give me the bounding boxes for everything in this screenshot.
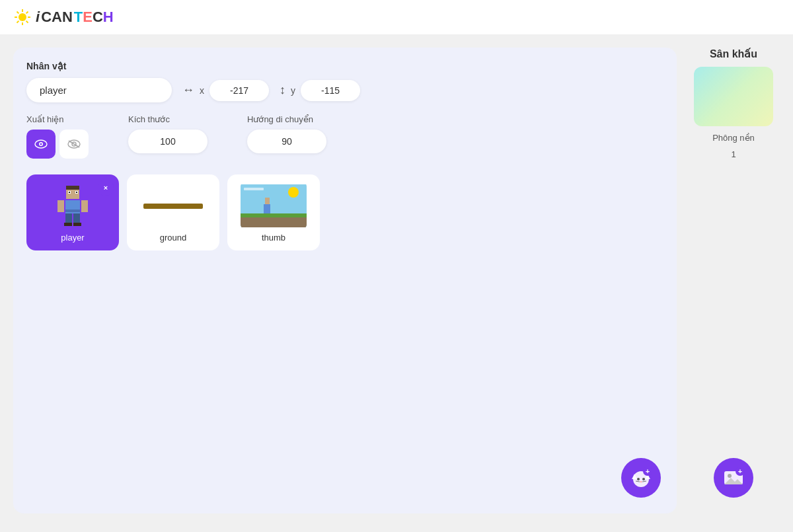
svg-rect-31 [241,216,307,227]
svg-point-0 [19,13,26,21]
stage-panel: Sân khấu Phông nền 1 + [687,48,780,513]
ground-thumbnail [140,182,206,229]
vertical-arrow-icon: ↕ [280,83,285,97]
x-input[interactable] [209,80,269,101]
logo-sun-icon [13,8,32,26]
sprite-list: × [26,174,663,250]
direction-group: Hướng di chuyển [247,114,326,153]
sprite-name-ground: ground [160,233,186,243]
character-name-row: ↔ x ↕ y [26,78,663,102]
logo-i: i [36,9,40,26]
character-panel: Nhân vật ↔ x ↕ y Xuất hiện [13,48,677,513]
svg-point-42 [640,481,642,482]
svg-line-6 [26,21,28,23]
sprite-name-player: player [61,233,84,243]
logo-can: CAN [41,9,73,26]
stage-title: Sân khấu [710,48,757,60]
svg-rect-33 [264,204,270,213]
svg-point-40 [637,478,640,480]
player-sprite-image [55,184,91,227]
svg-rect-29 [143,204,203,209]
delete-sprite-button[interactable]: × [98,180,114,196]
svg-line-8 [17,21,19,23]
y-label: y [291,85,295,96]
main-content: Nhân vật ↔ x ↕ y Xuất hiện [0,34,793,527]
logo-tech: TECH [74,9,114,26]
stage-bg-label: Phông nền [712,133,755,143]
visibility-label: Xuất hiện [26,114,89,124]
character-section-label: Nhân vật [26,61,663,71]
props-row: Xuất hiện [26,114,663,159]
svg-point-11 [40,143,42,145]
ground-sprite-image [140,182,206,229]
svg-rect-34 [265,198,270,204]
eye-icon [34,139,48,149]
svg-rect-22 [65,209,80,212]
sprite-item-player[interactable]: × [26,174,119,250]
svg-point-48 [728,474,732,478]
direction-label: Hướng di chuyển [247,114,326,124]
svg-rect-28 [81,200,88,212]
svg-rect-25 [64,223,72,226]
character-name-input[interactable] [26,78,172,102]
player-thumbnail [40,182,106,229]
show-button[interactable] [26,130,56,159]
hide-button[interactable] [59,130,89,159]
svg-rect-16 [66,186,79,190]
stage-background-preview [694,67,773,126]
svg-rect-32 [241,213,307,217]
x-label: x [200,85,204,96]
y-input[interactable] [301,80,360,101]
eye-slash-icon [67,139,81,149]
svg-rect-27 [57,200,64,212]
sprite-name-thumb: thumb [262,233,285,243]
size-group: Kích thước [128,114,208,153]
add-sprite-button[interactable]: + [621,458,661,498]
x-coord-group: ↔ x [182,80,269,101]
thumb-thumbnail [241,182,307,229]
svg-line-5 [17,12,19,14]
sprite-item-thumb[interactable]: thumb [227,174,320,250]
size-input[interactable] [128,130,208,153]
visibility-group: Xuất hiện [26,114,89,159]
add-background-button[interactable]: + [714,458,753,498]
size-label: Kích thước [128,114,208,124]
direction-input[interactable] [247,130,326,153]
y-coord-group: ↕ y [280,80,360,101]
svg-rect-36 [244,188,264,190]
cat-plus-icon: + [629,466,653,490]
svg-point-35 [288,187,299,198]
svg-point-41 [642,478,645,480]
svg-rect-19 [69,192,70,193]
logo: i CAN TECH [13,8,114,26]
header: i CAN TECH [0,0,793,34]
sprite-item-ground[interactable]: ground [127,174,219,250]
stage-thumbnail[interactable] [694,67,773,126]
add-bg-icon: + [722,466,745,490]
visibility-buttons [26,130,89,159]
svg-text:+: + [738,467,742,475]
svg-line-7 [26,12,28,14]
svg-rect-26 [73,223,81,226]
stage-bg-number: 1 [731,149,736,159]
horizontal-arrow-icon: ↔ [182,83,194,97]
svg-text:+: + [646,467,650,475]
svg-rect-20 [76,192,77,193]
thumb-sprite-image [241,184,307,227]
